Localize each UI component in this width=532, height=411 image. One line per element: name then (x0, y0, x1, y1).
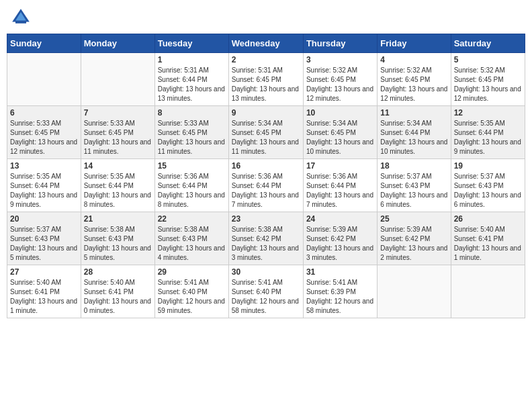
weekday-header-saturday: Saturday (451, 34, 525, 53)
calendar-table: SundayMondayTuesdayWednesdayThursdayFrid… (7, 34, 525, 318)
calendar-day-cell: 6Sunrise: 5:33 AMSunset: 6:45 PMDaylight… (7, 106, 81, 159)
calendar-header-row: SundayMondayTuesdayWednesdayThursdayFrid… (7, 34, 525, 53)
calendar-day-cell: 5Sunrise: 5:32 AMSunset: 6:45 PMDaylight… (451, 53, 525, 106)
day-number: 2 (232, 55, 300, 64)
day-number: 20 (10, 214, 78, 224)
day-info: Sunrise: 5:35 AMSunset: 6:44 PMDaylight:… (454, 119, 522, 156)
day-info: Sunrise: 5:37 AMSunset: 6:43 PMDaylight:… (380, 172, 447, 210)
day-number: 18 (380, 161, 447, 171)
weekday-header-sunday: Sunday (7, 34, 81, 53)
day-number: 29 (158, 267, 226, 277)
day-number: 21 (84, 214, 152, 224)
day-info: Sunrise: 5:39 AMSunset: 6:42 PMDaylight:… (380, 225, 447, 263)
calendar-day-cell: 15Sunrise: 5:36 AMSunset: 6:44 PMDayligh… (154, 159, 228, 212)
day-info: Sunrise: 5:34 AMSunset: 6:45 PMDaylight:… (232, 119, 300, 156)
day-info: Sunrise: 5:32 AMSunset: 6:45 PMDaylight:… (454, 66, 522, 103)
day-info: Sunrise: 5:34 AMSunset: 6:44 PMDaylight:… (380, 119, 447, 156)
calendar-day-cell: 8Sunrise: 5:33 AMSunset: 6:45 PMDaylight… (154, 106, 228, 159)
calendar-day-cell (81, 53, 154, 106)
day-number: 4 (380, 55, 447, 64)
calendar-day-cell: 3Sunrise: 5:32 AMSunset: 6:45 PMDaylight… (303, 53, 377, 106)
day-number: 5 (454, 55, 522, 64)
calendar-day-cell: 17Sunrise: 5:36 AMSunset: 6:44 PMDayligh… (303, 159, 377, 212)
calendar-day-cell: 7Sunrise: 5:33 AMSunset: 6:45 PMDaylight… (81, 106, 154, 159)
calendar-day-cell (7, 53, 81, 106)
day-number: 9 (232, 108, 300, 118)
day-number: 16 (232, 161, 300, 171)
calendar-day-cell: 22Sunrise: 5:38 AMSunset: 6:43 PMDayligh… (154, 212, 228, 265)
calendar-day-cell: 20Sunrise: 5:37 AMSunset: 6:43 PMDayligh… (7, 212, 81, 265)
day-info: Sunrise: 5:41 AMSunset: 6:39 PMDaylight:… (306, 278, 374, 316)
weekday-header-wednesday: Wednesday (228, 34, 303, 53)
day-number: 17 (306, 161, 374, 171)
day-info: Sunrise: 5:35 AMSunset: 6:44 PMDaylight:… (84, 172, 152, 210)
day-info: Sunrise: 5:33 AMSunset: 6:45 PMDaylight:… (10, 119, 78, 156)
logo-icon (10, 7, 32, 28)
day-number: 25 (380, 214, 447, 224)
calendar-day-cell: 31Sunrise: 5:41 AMSunset: 6:39 PMDayligh… (303, 265, 377, 318)
day-info: Sunrise: 5:40 AMSunset: 6:41 PMDaylight:… (10, 278, 78, 316)
day-info: Sunrise: 5:40 AMSunset: 6:41 PMDaylight:… (454, 225, 522, 263)
day-number: 27 (10, 267, 78, 277)
day-number: 19 (454, 161, 522, 171)
day-number: 28 (84, 267, 152, 277)
day-info: Sunrise: 5:36 AMSunset: 6:44 PMDaylight:… (232, 172, 300, 210)
day-number: 13 (10, 161, 78, 171)
day-number: 15 (158, 161, 226, 171)
calendar-day-cell: 28Sunrise: 5:40 AMSunset: 6:41 PMDayligh… (81, 265, 154, 318)
day-number: 12 (454, 108, 522, 118)
day-number: 1 (158, 55, 226, 64)
calendar-day-cell: 24Sunrise: 5:39 AMSunset: 6:42 PMDayligh… (303, 212, 377, 265)
day-info: Sunrise: 5:33 AMSunset: 6:45 PMDaylight:… (84, 119, 152, 156)
page-header (7, 7, 525, 28)
calendar-day-cell: 1Sunrise: 5:31 AMSunset: 6:44 PMDaylight… (154, 53, 228, 106)
calendar-day-cell: 19Sunrise: 5:37 AMSunset: 6:43 PMDayligh… (451, 159, 525, 212)
day-info: Sunrise: 5:31 AMSunset: 6:44 PMDaylight:… (158, 66, 226, 103)
calendar-day-cell: 29Sunrise: 5:41 AMSunset: 6:40 PMDayligh… (154, 265, 228, 318)
calendar-day-cell: 12Sunrise: 5:35 AMSunset: 6:44 PMDayligh… (451, 106, 525, 159)
calendar-day-cell: 4Sunrise: 5:32 AMSunset: 6:45 PMDaylight… (378, 53, 451, 106)
day-info: Sunrise: 5:32 AMSunset: 6:45 PMDaylight:… (306, 66, 374, 103)
calendar-day-cell: 27Sunrise: 5:40 AMSunset: 6:41 PMDayligh… (7, 265, 81, 318)
day-info: Sunrise: 5:32 AMSunset: 6:45 PMDaylight:… (380, 66, 447, 103)
calendar-day-cell: 11Sunrise: 5:34 AMSunset: 6:44 PMDayligh… (378, 106, 451, 159)
calendar-week-row: 6Sunrise: 5:33 AMSunset: 6:45 PMDaylight… (7, 106, 525, 159)
day-number: 3 (306, 55, 374, 64)
calendar-day-cell: 9Sunrise: 5:34 AMSunset: 6:45 PMDaylight… (228, 106, 303, 159)
calendar-day-cell (378, 265, 451, 318)
day-number: 10 (306, 108, 374, 118)
day-info: Sunrise: 5:31 AMSunset: 6:45 PMDaylight:… (232, 66, 300, 103)
day-info: Sunrise: 5:38 AMSunset: 6:42 PMDaylight:… (232, 225, 300, 263)
calendar-day-cell: 10Sunrise: 5:34 AMSunset: 6:45 PMDayligh… (303, 106, 377, 159)
calendar-week-row: 27Sunrise: 5:40 AMSunset: 6:41 PMDayligh… (7, 265, 525, 318)
calendar-week-row: 1Sunrise: 5:31 AMSunset: 6:44 PMDaylight… (7, 53, 525, 106)
calendar-day-cell: 14Sunrise: 5:35 AMSunset: 6:44 PMDayligh… (81, 159, 154, 212)
day-info: Sunrise: 5:33 AMSunset: 6:45 PMDaylight:… (158, 119, 226, 156)
weekday-header-thursday: Thursday (303, 34, 377, 53)
day-info: Sunrise: 5:38 AMSunset: 6:43 PMDaylight:… (84, 225, 152, 263)
day-info: Sunrise: 5:36 AMSunset: 6:44 PMDaylight:… (158, 172, 226, 210)
day-info: Sunrise: 5:34 AMSunset: 6:45 PMDaylight:… (306, 119, 374, 156)
calendar-day-cell: 30Sunrise: 5:41 AMSunset: 6:40 PMDayligh… (228, 265, 303, 318)
calendar-day-cell (451, 265, 525, 318)
day-info: Sunrise: 5:41 AMSunset: 6:40 PMDaylight:… (158, 278, 226, 316)
calendar-day-cell: 2Sunrise: 5:31 AMSunset: 6:45 PMDaylight… (228, 53, 303, 106)
calendar-week-row: 20Sunrise: 5:37 AMSunset: 6:43 PMDayligh… (7, 212, 525, 265)
day-info: Sunrise: 5:35 AMSunset: 6:44 PMDaylight:… (10, 172, 78, 210)
day-number: 24 (306, 214, 374, 224)
calendar-day-cell: 21Sunrise: 5:38 AMSunset: 6:43 PMDayligh… (81, 212, 154, 265)
calendar-day-cell: 16Sunrise: 5:36 AMSunset: 6:44 PMDayligh… (228, 159, 303, 212)
weekday-header-friday: Friday (378, 34, 451, 53)
calendar-day-cell: 26Sunrise: 5:40 AMSunset: 6:41 PMDayligh… (451, 212, 525, 265)
weekday-header-monday: Monday (81, 34, 154, 53)
day-number: 11 (380, 108, 447, 118)
day-number: 8 (158, 108, 226, 118)
calendar-day-cell: 13Sunrise: 5:35 AMSunset: 6:44 PMDayligh… (7, 159, 81, 212)
calendar-week-row: 13Sunrise: 5:35 AMSunset: 6:44 PMDayligh… (7, 159, 525, 212)
weekday-header-tuesday: Tuesday (154, 34, 228, 53)
day-number: 7 (84, 108, 152, 118)
day-number: 14 (84, 161, 152, 171)
day-number: 6 (10, 108, 78, 118)
day-info: Sunrise: 5:37 AMSunset: 6:43 PMDaylight:… (10, 225, 78, 263)
day-info: Sunrise: 5:37 AMSunset: 6:43 PMDaylight:… (454, 172, 522, 210)
